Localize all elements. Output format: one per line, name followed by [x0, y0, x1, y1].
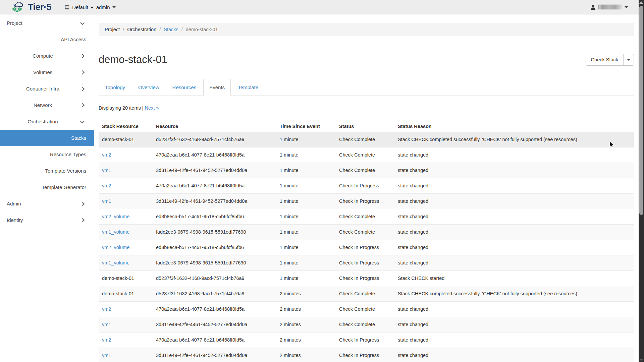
brand-name: Tier·5 — [28, 2, 51, 12]
cell-time-since-event: 2 minutes — [276, 317, 336, 333]
stack-resource-link[interactable]: vm1 — [102, 198, 111, 204]
stack-resource-link[interactable]: vm2 — [102, 337, 111, 343]
cell-stack-resource: vm1 — [99, 194, 153, 209]
user-menu[interactable] — [591, 0, 628, 14]
breadcrumb-separator: / — [123, 27, 124, 32]
chevron-down-icon — [627, 59, 630, 61]
cell-stack-resource: vm1 — [99, 163, 153, 178]
cell-stack-resource: vm1 — [99, 317, 153, 333]
events-table-body: demo-stack-01d5237f3f-1632-4168-9acd-757… — [99, 132, 634, 362]
cell-stack-resource: demo-stack-01 — [99, 286, 153, 302]
sidebar-item-api-access[interactable]: API Access — [0, 31, 94, 48]
cell-status: Check Complete — [336, 286, 394, 302]
cell-time-since-event: 1 minute — [276, 147, 336, 163]
summary-separator: | — [142, 105, 144, 111]
table-row: vm1_volumefadc2ee3-0679-4998-9615-5591ed… — [99, 255, 634, 271]
cell-status-reason: Stack CHECK completed successfully. 'CHE… — [394, 286, 634, 302]
cell-status: Check Complete — [336, 225, 394, 240]
stack-resource-link[interactable]: vm1 — [102, 353, 111, 358]
cell-stack-resource: vm2 — [99, 333, 153, 348]
cell-stack-resource: demo-stack-01 — [99, 132, 153, 147]
sidebar-nav: ProjectAPI AccessComputeVolumesContainer… — [0, 15, 94, 228]
page-header: demo-stack-01 Check Stack — [99, 54, 634, 66]
sidebar-item-label: Admin — [7, 201, 21, 206]
sidebar-item-label: Orchestration — [0, 119, 86, 124]
sidebar-item-identity[interactable]: Identity — [0, 212, 94, 228]
sidebar-item-template-versions[interactable]: Template Versions — [0, 163, 94, 179]
sidebar-item-network[interactable]: Network — [0, 97, 94, 113]
sidebar-item-label: Compute — [0, 53, 86, 59]
cell-status-reason: state changed — [394, 147, 634, 163]
sidebar-item-resource-types[interactable]: Resource Types — [0, 146, 94, 163]
sidebar-item-label: Volumes — [0, 69, 86, 75]
cell-status-reason: state changed — [394, 348, 634, 362]
cell-time-since-event: 1 minute — [276, 271, 336, 286]
stack-resource-link[interactable]: vm2_volume — [102, 214, 129, 219]
table-summary: Displaying 20 items|Next » — [99, 105, 634, 111]
column-header-status-reason: Status Reason — [394, 121, 634, 132]
cell-resource: fadc2ee3-0679-4998-9615-5591edf77690 — [153, 225, 276, 240]
scroll-down-arrow-icon[interactable] — [639, 359, 643, 361]
sidebar-item-container-infra[interactable]: Container Infra — [0, 80, 94, 97]
project-name: admin — [96, 4, 110, 10]
cell-stack-resource: vm2_volume — [99, 209, 153, 225]
cell-time-since-event: 2 minutes — [276, 286, 336, 302]
check-stack-dropdown-button[interactable] — [624, 54, 634, 65]
cell-status-reason: state changed — [394, 225, 634, 240]
tab-overview[interactable]: Overview — [132, 79, 165, 96]
scroll-up-arrow-icon[interactable] — [639, 1, 643, 4]
column-header-resource: Resource — [153, 121, 276, 132]
cell-status: Check Complete — [336, 317, 394, 333]
check-stack-button[interactable]: Check Stack — [586, 54, 624, 65]
domain-list-icon: ▤ — [65, 4, 69, 10]
cell-stack-resource: vm1 — [99, 348, 153, 362]
tab-template[interactable]: Template — [232, 79, 264, 96]
tab-topology[interactable]: Topology — [99, 79, 131, 96]
table-row: vm2_volumeed3b8eca-b517-4c61-9518-c5b6fc… — [99, 240, 634, 255]
cell-status: Check In Progress — [336, 178, 394, 194]
next-page-link[interactable]: Next » — [145, 105, 159, 111]
cell-resource: 470a2eaa-b6c1-4077-8e21-b6468ff0fd5a — [153, 147, 276, 163]
stack-resource-link[interactable]: vm1_volume — [102, 260, 129, 265]
stack-resource-link[interactable]: vm2 — [102, 306, 111, 312]
breadcrumb-item-project[interactable]: Project — [105, 27, 120, 32]
vertical-scrollbar[interactable] — [639, 0, 644, 362]
stack-resource-link[interactable]: vm1_volume — [102, 229, 129, 235]
sidebar-item-admin[interactable]: Admin — [0, 195, 94, 212]
stack-resource-link[interactable]: vm1 — [102, 322, 111, 327]
sidebar-item-template-generator[interactable]: Template Generator — [0, 179, 94, 195]
tab-resources[interactable]: Resources — [166, 79, 203, 96]
sidebar-item-volumes[interactable]: Volumes — [0, 64, 94, 80]
cell-status-reason: Stack CHECK completed successfully. 'CHE… — [394, 132, 634, 147]
stack-resource-link[interactable]: vm2 — [102, 152, 111, 158]
breadcrumb-separator: / — [181, 27, 183, 32]
sidebar-item-label: Resource Types — [0, 152, 86, 157]
sidebar-item-compute[interactable]: Compute — [0, 48, 94, 64]
table-row: vm13d311e49-42fe-4461-9452-5277ed04dd0a2… — [99, 317, 634, 333]
sidebar-item-orchestration[interactable]: Orchestration — [0, 113, 94, 130]
cell-time-since-event: 1 minute — [276, 194, 336, 209]
stack-resource-link[interactable]: vm1 — [102, 168, 111, 173]
table-row: vm1_volumefadc2ee3-0679-4998-9615-5591ed… — [99, 225, 634, 240]
brand-logo[interactable]: Tier·5 — [12, 1, 51, 13]
sidebar-item-stacks[interactable]: Stacks — [0, 130, 94, 146]
check-stack-split-button: Check Stack — [586, 54, 634, 66]
user-icon — [591, 5, 596, 10]
page-title: demo-stack-01 — [99, 54, 167, 66]
sidebar-item-project[interactable]: Project — [0, 15, 94, 31]
table-row: vm2470a2eaa-b6c1-4077-8e21-b6468ff0fd5a1… — [99, 147, 634, 163]
cell-time-since-event: 2 minutes — [276, 302, 336, 317]
sidebar-item-label: Template Generator — [0, 184, 86, 190]
cell-resource: d5237f3f-1632-4168-9acd-7571cf4b76a9 — [153, 286, 276, 302]
table-row: demo-stack-01d5237f3f-1632-4168-9acd-757… — [99, 132, 634, 147]
column-header-time-since-event: Time Since Event — [276, 121, 336, 132]
column-header-stack-resource: Stack Resource — [99, 121, 153, 132]
stack-resource-link[interactable]: vm2_volume — [102, 245, 129, 250]
scrollbar-thumb[interactable] — [639, 6, 643, 215]
tab-events[interactable]: Events — [203, 79, 231, 96]
context-switcher[interactable]: ▤ Default ● admin — [65, 4, 116, 10]
breadcrumb-item-stacks[interactable]: Stacks — [164, 27, 178, 32]
table-row: vm13d311e49-42fe-4461-9452-5277ed04dd0a2… — [99, 348, 634, 362]
stack-resource-link[interactable]: vm2 — [102, 183, 111, 188]
breadcrumb-item-orchestration[interactable]: Orchestration — [127, 27, 156, 32]
